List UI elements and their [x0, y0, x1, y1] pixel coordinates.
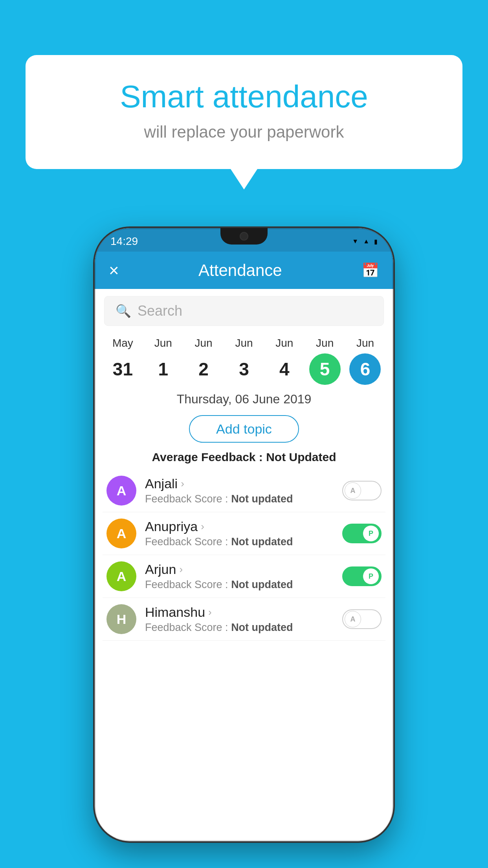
- cal-month-label: May: [112, 337, 133, 349]
- cal-month-label: Jun: [195, 337, 213, 349]
- student-feedback: Feedback Score : Not updated: [145, 579, 342, 591]
- student-avatar: A: [106, 519, 136, 548]
- attendance-toggle[interactable]: P: [342, 566, 382, 586]
- student-item-1[interactable]: AAnupriya ›Feedback Score : Not updatedP: [103, 512, 385, 555]
- toggle-switch[interactable]: A: [342, 481, 382, 500]
- toggle-switch[interactable]: P: [342, 524, 382, 543]
- wifi-icon: ▼: [352, 238, 358, 245]
- search-bar[interactable]: 🔍 Search: [104, 296, 384, 326]
- toggle-thumb: P: [363, 525, 379, 542]
- calendar-day-5[interactable]: Jun5: [308, 337, 342, 385]
- chevron-right-icon: ›: [179, 563, 183, 576]
- cal-month-label: Jun: [154, 337, 172, 349]
- student-feedback: Feedback Score : Not updated: [145, 622, 342, 634]
- student-name[interactable]: Anjali ›: [145, 476, 342, 491]
- student-item-3[interactable]: HHimanshu ›Feedback Score : Not updatedA: [103, 598, 385, 641]
- student-avatar: A: [106, 561, 136, 591]
- cal-date-number[interactable]: 6: [349, 353, 381, 385]
- app-header: × Attendance 📅: [95, 252, 393, 289]
- calendar-day-3[interactable]: Jun3: [227, 337, 261, 385]
- student-list: AAnjali ›Feedback Score : Not updatedAAA…: [95, 469, 393, 641]
- calendar-strip: May31Jun1Jun2Jun3Jun4Jun5Jun6: [95, 333, 393, 385]
- search-placeholder: Search: [138, 303, 182, 319]
- student-name[interactable]: Himanshu ›: [145, 605, 342, 620]
- phone-outer: 14:29 ▼ ▲ ▮ × Attendance 📅 🔍 Search Ma: [95, 228, 393, 841]
- status-icons: ▼ ▲ ▮: [352, 238, 378, 245]
- student-feedback: Feedback Score : Not updated: [145, 536, 342, 548]
- chevron-right-icon: ›: [201, 520, 204, 533]
- student-info: Arjun ›Feedback Score : Not updated: [145, 562, 342, 591]
- student-name[interactable]: Anupriya ›: [145, 519, 342, 534]
- cal-date-number[interactable]: 31: [107, 353, 138, 385]
- camera-cutout: [240, 232, 248, 241]
- attendance-toggle[interactable]: A: [342, 481, 382, 500]
- cal-month-label: Jun: [356, 337, 374, 349]
- add-topic-button[interactable]: Add topic: [189, 415, 299, 443]
- selected-date-label: Thursday, 06 June 2019: [95, 385, 393, 410]
- cal-month-label: Jun: [235, 337, 253, 349]
- cal-date-number[interactable]: 4: [269, 353, 300, 385]
- chevron-right-icon: ›: [181, 478, 184, 490]
- chevron-right-icon: ›: [208, 606, 212, 618]
- avg-feedback-value: Not Updated: [266, 451, 336, 463]
- phone-notch: [220, 228, 268, 245]
- calendar-day-4[interactable]: Jun4: [267, 337, 302, 385]
- phone-mockup: 14:29 ▼ ▲ ▮ × Attendance 📅 🔍 Search Ma: [95, 228, 393, 841]
- student-info: Anupriya ›Feedback Score : Not updated: [145, 519, 342, 548]
- calendar-day-1[interactable]: Jun1: [146, 337, 180, 385]
- student-info: Himanshu ›Feedback Score : Not updated: [145, 605, 342, 634]
- battery-icon: ▮: [374, 238, 378, 245]
- speech-bubble-container: Smart attendance will replace your paper…: [26, 55, 462, 169]
- toggle-thumb: A: [345, 482, 361, 499]
- cal-date-number[interactable]: 3: [228, 353, 260, 385]
- bubble-title: Smart attendance: [53, 79, 435, 115]
- calendar-day-0[interactable]: May31: [105, 337, 140, 385]
- header-title: Attendance: [198, 261, 282, 280]
- student-info: Anjali ›Feedback Score : Not updated: [145, 476, 342, 505]
- close-button[interactable]: ×: [109, 261, 119, 280]
- cal-date-number[interactable]: 5: [309, 353, 341, 385]
- signal-icon: ▲: [363, 238, 369, 245]
- speech-bubble: Smart attendance will replace your paper…: [26, 55, 462, 169]
- toggle-thumb: P: [363, 568, 379, 585]
- calendar-icon[interactable]: 📅: [361, 262, 379, 279]
- student-avatar: H: [106, 604, 136, 634]
- student-feedback: Feedback Score : Not updated: [145, 493, 342, 505]
- phone-screen: 14:29 ▼ ▲ ▮ × Attendance 📅 🔍 Search Ma: [95, 228, 393, 841]
- bubble-subtitle: will replace your paperwork: [53, 123, 435, 142]
- search-icon: 🔍: [116, 303, 131, 318]
- attendance-toggle[interactable]: A: [342, 609, 382, 629]
- toggle-switch[interactable]: A: [342, 609, 382, 629]
- cal-month-label: Jun: [316, 337, 334, 349]
- status-time: 14:29: [110, 235, 138, 248]
- cal-month-label: Jun: [275, 337, 293, 349]
- average-feedback: Average Feedback : Not Updated: [95, 447, 393, 469]
- student-item-0[interactable]: AAnjali ›Feedback Score : Not updatedA: [103, 469, 385, 512]
- student-avatar: A: [106, 476, 136, 506]
- student-item-2[interactable]: AArjun ›Feedback Score : Not updatedP: [103, 555, 385, 598]
- toggle-thumb: A: [345, 611, 361, 627]
- student-name[interactable]: Arjun ›: [145, 562, 342, 577]
- cal-date-number[interactable]: 2: [188, 353, 219, 385]
- avg-feedback-label: Average Feedback :: [152, 451, 266, 463]
- calendar-day-2[interactable]: Jun2: [186, 337, 221, 385]
- calendar-day-6[interactable]: Jun6: [348, 337, 382, 385]
- cal-date-number[interactable]: 1: [147, 353, 179, 385]
- toggle-switch[interactable]: P: [342, 566, 382, 586]
- attendance-toggle[interactable]: P: [342, 524, 382, 543]
